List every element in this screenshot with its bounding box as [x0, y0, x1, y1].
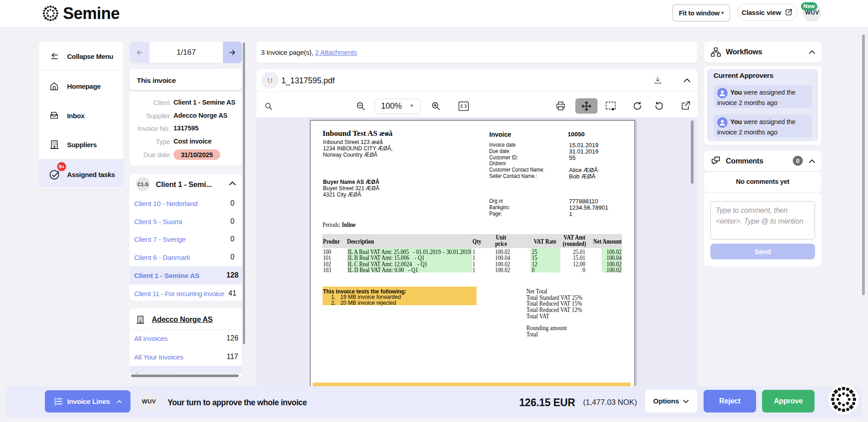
- svg-text:3: 3: [54, 403, 56, 406]
